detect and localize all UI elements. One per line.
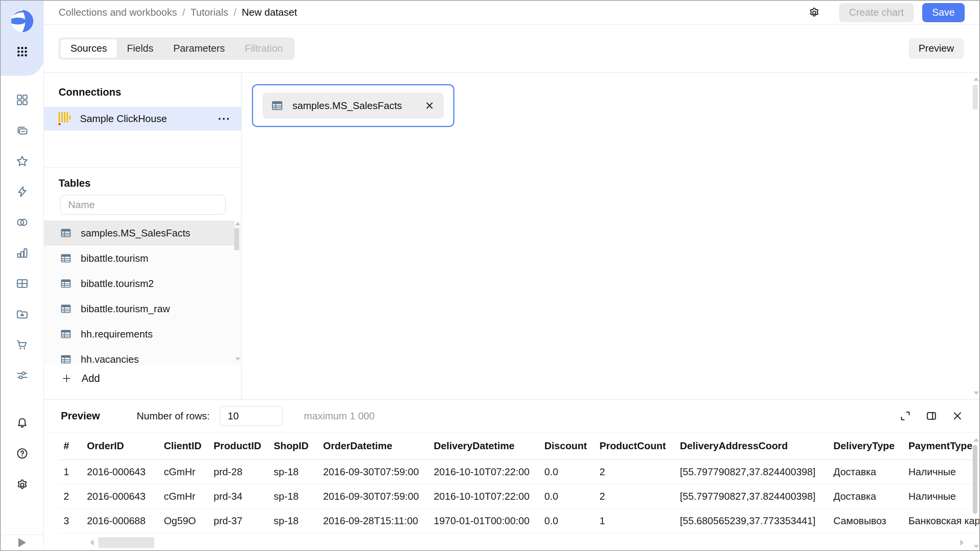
preview-cell: Банковская карта	[903, 515, 979, 527]
dataset-editor-page: Collections and workbooks / Tutorials / …	[0, 0, 980, 551]
rows-max-hint: maximum 1 000	[304, 410, 375, 422]
dataset-settings-gear-icon[interactable]	[808, 7, 820, 18]
expand-rail-play-icon[interactable]	[18, 538, 26, 547]
rows-count-label: Number of rows:	[137, 410, 210, 422]
collections-icon[interactable]	[16, 93, 29, 106]
help-question-icon[interactable]	[16, 447, 28, 460]
notifications-bell-icon[interactable]	[16, 416, 28, 428]
settings-gear-icon[interactable]	[16, 479, 28, 491]
tab-parameters[interactable]: Parameters	[163, 39, 235, 58]
tables-title: Tables	[44, 178, 241, 189]
preview-cell: sp-18	[268, 466, 317, 478]
table-list-item-hh-requirements[interactable]: hh.requirements	[44, 321, 234, 347]
breadcrumb-tutorials[interactable]: Tutorials	[191, 7, 229, 18]
breadcrumb-collections[interactable]: Collections and workbooks	[59, 7, 177, 18]
preview-col-header-productcount: ProductCount	[594, 440, 674, 452]
editor-bolt-icon[interactable]	[16, 185, 29, 198]
preview-col-header-deliverytype: DeliveryType	[828, 440, 903, 452]
scroll-up-icon[interactable]	[973, 438, 979, 442]
rail-logo-block	[1, 1, 44, 76]
scroll-down-icon[interactable]	[235, 357, 240, 361]
table-grid-icon	[60, 278, 72, 289]
scrollbar-thumb[interactable]	[973, 85, 978, 109]
close-preview-icon[interactable]	[952, 410, 963, 422]
plus-icon	[62, 373, 72, 383]
preview-header: Preview Number of rows: maximum 1 000	[44, 400, 979, 432]
canvas-scrollbar	[972, 73, 978, 399]
rail-footer	[1, 535, 43, 550]
table-list-item-samples-ms-salesfacts[interactable]: samples.MS_SalesFacts	[44, 220, 234, 246]
scroll-right-icon[interactable]	[960, 540, 964, 546]
preview-cell: [55.680565239,37.773353441]	[674, 515, 828, 527]
scroll-up-icon[interactable]	[235, 222, 240, 225]
connection-item-sample-clickhouse[interactable]: Sample ClickHouse	[44, 107, 241, 130]
preview-cell: cGmHr	[158, 466, 208, 478]
table-list-item-hh-vacancies[interactable]: hh.vacancies	[44, 347, 234, 365]
preview-cell: 3	[58, 515, 81, 527]
preview-cell: Самовывоз	[828, 515, 903, 527]
add-table-button[interactable]: Add	[44, 369, 241, 388]
favorites-icon[interactable]	[16, 155, 29, 168]
scroll-up-icon[interactable]	[973, 77, 979, 81]
preview-col-header-deliverydatetime: DeliveryDatetime	[428, 440, 539, 452]
dataset-canvas[interactable]: samples.MS_SalesFacts	[242, 73, 979, 399]
preview-table-row: 22016-000643cGmHrprd-34sp-182016-09-30T0…	[58, 484, 979, 509]
create-chart-button[interactable]: Create chart	[839, 3, 914, 22]
preview-cell: Og59O	[158, 515, 208, 527]
expand-preview-icon[interactable]	[900, 410, 911, 422]
preview-cell: Наличные	[903, 466, 979, 478]
preview-panel: Preview Number of rows: maximum 1 000	[44, 399, 979, 550]
preview-cell: 2	[594, 466, 674, 478]
tab-sources[interactable]: Sources	[60, 39, 117, 58]
table-list-item-bibattle-tourism2[interactable]: bibattle.tourism2	[44, 271, 234, 296]
table-item-label: hh.requirements	[81, 328, 153, 340]
topbar: Collections and workbooks / Tutorials / …	[44, 1, 979, 24]
preview-toggle-button[interactable]: Preview	[909, 38, 964, 59]
breadcrumb-current: New dataset	[242, 7, 297, 18]
tab-fields[interactable]: Fields	[117, 39, 163, 58]
table-list-item-bibattle-tourism[interactable]: bibattle.tourism	[44, 246, 234, 271]
scrollbar-thumb[interactable]	[234, 228, 239, 250]
charts-icon[interactable]	[16, 246, 29, 259]
preview-col-header-discount: Discount	[539, 440, 594, 452]
tab-filtration: Filtration	[235, 39, 293, 58]
scrollbar-thumb[interactable]	[98, 537, 154, 548]
workbooks-icon[interactable]	[16, 124, 29, 137]
workspace: Connections Sample ClickHouse Tables sam…	[44, 73, 979, 399]
scroll-down-icon[interactable]	[973, 391, 979, 395]
source-table-node[interactable]: samples.MS_SalesFacts	[252, 84, 454, 127]
dashboards-icon[interactable]	[16, 277, 29, 290]
tabs-bar: SourcesFieldsParametersFiltration Previe…	[44, 24, 979, 73]
remove-source-icon[interactable]	[424, 100, 435, 111]
table-item-label: hh.vacancies	[81, 354, 139, 365]
tables-list: samples.MS_SalesFactsbibattle.tourismbib…	[44, 220, 241, 365]
storage-folder-icon[interactable]	[16, 308, 29, 321]
scroll-left-icon[interactable]	[90, 540, 94, 546]
apps-grid-icon[interactable]	[15, 44, 29, 59]
table-item-label: samples.MS_SalesFacts	[81, 227, 190, 239]
save-button[interactable]: Save	[922, 3, 965, 22]
preview-cell: 2016-09-30T07:59:00	[317, 491, 428, 502]
rows-count-input[interactable]	[220, 406, 283, 426]
table-item-label: bibattle.tourism_raw	[81, 303, 170, 315]
tables-list-rows: samples.MS_SalesFactsbibattle.tourismbib…	[44, 220, 241, 365]
services-sliders-icon[interactable]	[16, 369, 29, 382]
preview-cell: 2016-09-28T15:11:00	[317, 515, 428, 527]
scroll-down-icon[interactable]	[973, 545, 979, 548]
connection-more-menu-icon[interactable]	[218, 115, 230, 123]
datalens-logo-icon[interactable]	[10, 9, 34, 33]
table-grid-icon	[60, 328, 72, 340]
marketplace-cart-icon[interactable]	[16, 338, 29, 351]
preview-cell: 2016-09-30T07:59:00	[317, 466, 428, 478]
source-table-chip: samples.MS_SalesFacts	[263, 93, 444, 119]
table-search-input[interactable]	[60, 195, 225, 215]
clickhouse-icon	[59, 112, 71, 125]
preview-cell: 2016-10-10T07:22:00	[428, 466, 539, 478]
split-view-icon[interactable]	[926, 410, 937, 422]
breadcrumb: Collections and workbooks / Tutorials / …	[59, 7, 297, 18]
left-rail	[1, 1, 44, 550]
table-list-item-bibattle-tourism-raw[interactable]: bibattle.tourism_raw	[44, 296, 234, 321]
breadcrumb-separator: /	[234, 7, 236, 18]
connections-icon[interactable]	[16, 216, 29, 229]
scrollbar-thumb[interactable]	[973, 445, 977, 514]
